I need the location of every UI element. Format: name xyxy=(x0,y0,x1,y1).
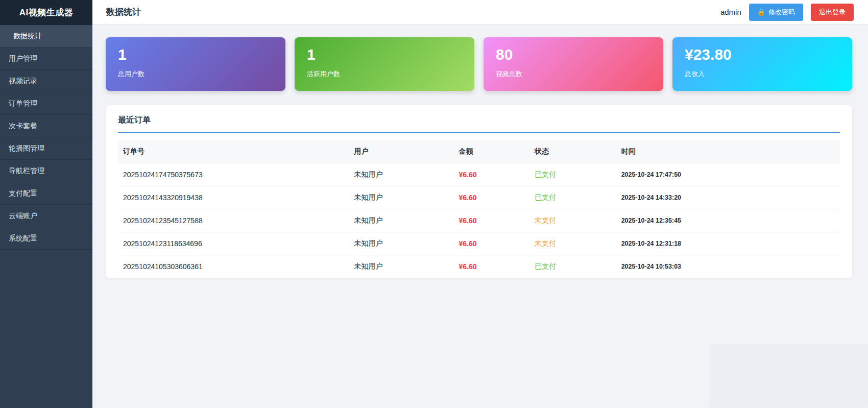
table-row: 20251024105303606361 未知用户 ¥6.60 已支付 2025… xyxy=(118,255,840,278)
stat-label: 总用户数 xyxy=(118,69,273,79)
username-label: admin xyxy=(720,8,741,16)
sidebar: AI视频生成器 数据统计 用户管理 视频记录 订单管理 次卡套餐 轮播图管理 导… xyxy=(0,0,92,408)
column-header-time: 时间 xyxy=(616,140,840,163)
user-cell: 未知用户 xyxy=(349,186,453,209)
recent-orders-panel: 最近订单 订单号 用户 金额 状态 时间 20251024174 xyxy=(106,105,852,278)
change-password-button[interactable]: 🔒 修改密码 xyxy=(749,4,803,21)
order-no-cell: 20251024123118634696 xyxy=(118,232,349,255)
change-password-label: 修改密码 xyxy=(768,8,795,17)
column-header-status: 状态 xyxy=(529,140,616,163)
sidebar-item-carousel-mgmt[interactable]: 轮播图管理 xyxy=(0,137,92,160)
sidebar-item-cloud-account[interactable]: 云端账户 xyxy=(0,205,92,227)
lock-icon: 🔒 xyxy=(757,9,765,15)
status-cell: 已支付 xyxy=(529,163,616,186)
stats-row: 1 总用户数 1 活跃用户数 80 视频总数 ¥23.80 总收入 xyxy=(106,37,852,91)
table-row: 20251024123545127588 未知用户 ¥6.60 未支付 2025… xyxy=(118,209,840,232)
column-header-order-no: 订单号 xyxy=(118,140,349,163)
amount-cell: ¥6.60 xyxy=(453,209,529,232)
amount-cell: ¥6.60 xyxy=(453,186,529,209)
sidebar-item-data-stats[interactable]: 数据统计 xyxy=(0,25,92,47)
sidebar-item-payment-config[interactable]: 支付配置 xyxy=(0,182,92,205)
main-area: 数据统计 admin 🔒 修改密码 退出登录 1 总用户数 1 活跃用户数 xyxy=(92,0,868,408)
stat-card-total-users: 1 总用户数 xyxy=(106,37,285,91)
amount-cell: ¥6.60 xyxy=(453,232,529,255)
sidebar-item-card-packages[interactable]: 次卡套餐 xyxy=(0,115,92,137)
sidebar-menu: 数据统计 用户管理 视频记录 订单管理 次卡套餐 轮播图管理 导航栏管理 支付配… xyxy=(0,25,92,250)
stat-card-total-videos: 80 视频总数 xyxy=(484,37,663,91)
faint-watermark xyxy=(710,344,868,408)
time-cell: 2025-10-24 14:33:20 xyxy=(616,186,840,209)
user-cell: 未知用户 xyxy=(349,232,453,255)
top-header: 数据统计 admin 🔒 修改密码 退出登录 xyxy=(92,0,868,25)
sidebar-item-navbar-mgmt[interactable]: 导航栏管理 xyxy=(0,160,92,182)
column-header-user: 用户 xyxy=(349,140,453,163)
page-title: 数据统计 xyxy=(106,6,141,18)
stat-card-total-revenue: ¥23.80 总收入 xyxy=(672,37,852,91)
stat-card-active-users: 1 活跃用户数 xyxy=(295,37,474,91)
order-no-cell: 20251024143320919438 xyxy=(118,186,349,209)
sidebar-item-system-config[interactable]: 系统配置 xyxy=(0,227,92,250)
time-cell: 2025-10-24 12:35:45 xyxy=(616,209,840,232)
logout-label: 退出登录 xyxy=(819,8,846,17)
stat-value: ¥23.80 xyxy=(685,46,840,64)
stat-label: 活跃用户数 xyxy=(307,69,462,79)
user-cell: 未知用户 xyxy=(349,163,453,186)
content-area: 1 总用户数 1 活跃用户数 80 视频总数 ¥23.80 总收入 最近订单 xyxy=(92,25,868,408)
stat-label: 总收入 xyxy=(685,69,840,79)
column-header-amount: 金额 xyxy=(453,140,529,163)
table-row: 20251024123118634696 未知用户 ¥6.60 未支付 2025… xyxy=(118,232,840,255)
logout-button[interactable]: 退出登录 xyxy=(811,4,854,21)
status-cell: 已支付 xyxy=(529,186,616,209)
time-cell: 2025-10-24 17:47:50 xyxy=(616,163,840,186)
stat-value: 80 xyxy=(496,46,651,64)
sidebar-item-order-mgmt[interactable]: 订单管理 xyxy=(0,92,92,115)
header-actions: admin 🔒 修改密码 退出登录 xyxy=(720,4,854,21)
app-logo: AI视频生成器 xyxy=(0,0,92,25)
sidebar-item-user-mgmt[interactable]: 用户管理 xyxy=(0,47,92,70)
user-cell: 未知用户 xyxy=(349,255,453,278)
stat-label: 视频总数 xyxy=(496,69,651,79)
time-cell: 2025-10-24 10:53:03 xyxy=(616,255,840,278)
amount-cell: ¥6.60 xyxy=(453,255,529,278)
amount-cell: ¥6.60 xyxy=(453,163,529,186)
table-row: 20251024143320919438 未知用户 ¥6.60 已支付 2025… xyxy=(118,186,840,209)
user-cell: 未知用户 xyxy=(349,209,453,232)
stat-value: 1 xyxy=(307,46,462,64)
status-cell: 未支付 xyxy=(529,232,616,255)
order-no-cell: 20251024123545127588 xyxy=(118,209,349,232)
stat-value: 1 xyxy=(118,46,273,64)
order-no-cell: 20251024105303606361 xyxy=(118,255,349,278)
status-cell: 已支付 xyxy=(529,255,616,278)
order-no-cell: 20251024174750375673 xyxy=(118,163,349,186)
orders-table-header-row: 订单号 用户 金额 状态 时间 xyxy=(118,140,840,163)
status-cell: 未支付 xyxy=(529,209,616,232)
time-cell: 2025-10-24 12:31:18 xyxy=(616,232,840,255)
orders-table: 订单号 用户 金额 状态 时间 20251024174750375673 未知用… xyxy=(118,140,840,278)
sidebar-item-video-records[interactable]: 视频记录 xyxy=(0,70,92,92)
recent-orders-title: 最近订单 xyxy=(118,115,840,133)
table-row: 20251024174750375673 未知用户 ¥6.60 已支付 2025… xyxy=(118,163,840,186)
